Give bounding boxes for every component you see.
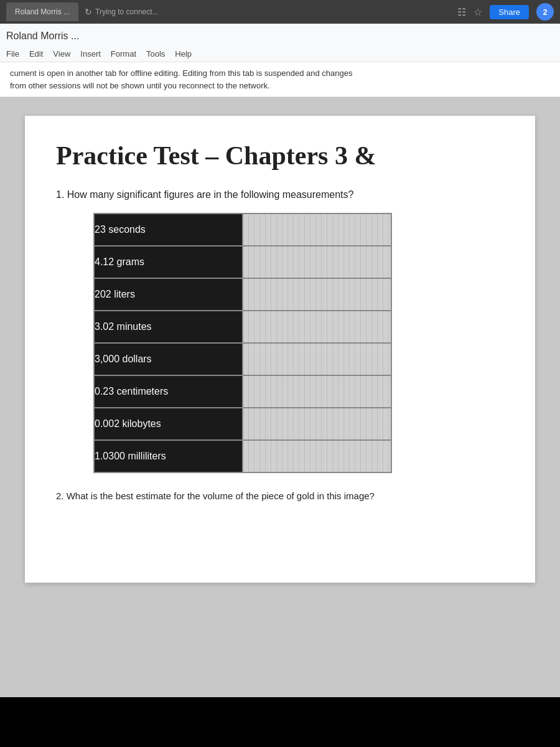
menu-insert[interactable]: Insert [80, 49, 101, 59]
measurement-label: 0.002 kilobytes [94, 408, 243, 440]
doc-content: Practice Test – Chapters 3 & 1. How many… [0, 97, 560, 697]
browser-chrome: Roland Morris ... ↻ Trying to connect...… [0, 0, 560, 24]
table-row: 23 seconds [94, 214, 391, 246]
question1-text: 1. How many significant figures are in t… [56, 189, 504, 200]
offline-line1: cument is open in another tab for offlin… [10, 68, 352, 78]
table-row: 0.002 kilobytes [94, 408, 391, 440]
measurement-label: 3.02 minutes [94, 311, 243, 343]
page-title: Practice Test – Chapters 3 & [56, 141, 504, 171]
sync-icon: ↻ [85, 7, 92, 17]
share-button[interactable]: Share [490, 5, 529, 19]
menu-bar: File Edit View Insert Format Tools Help [0, 46, 560, 62]
menu-file[interactable]: File [6, 49, 19, 59]
measurement-answer-cell [243, 246, 391, 278]
question2-text: 2. What is the best estimate for the vol… [56, 491, 504, 501]
menu-view[interactable]: View [53, 49, 70, 59]
table-row: 4.12 grams [94, 246, 391, 278]
browser-tab[interactable]: Roland Morris ... [6, 2, 78, 21]
menu-help[interactable]: Help [175, 49, 192, 59]
table-row: 3.02 minutes [94, 311, 391, 343]
measurement-answer-cell [243, 278, 391, 311]
doc-title-bar: Roland Morris ... [0, 24, 560, 46]
bottom-black [0, 697, 560, 747]
offline-banner: cument is open in another tab for offlin… [0, 62, 560, 97]
menu-edit[interactable]: Edit [29, 49, 43, 59]
connecting-text: Trying to connect... [95, 7, 159, 16]
avatar: 2 [536, 3, 554, 21]
connecting-indicator: ↻ Trying to connect... [85, 7, 159, 17]
table-row: 202 liters [94, 278, 391, 311]
measurement-answer-cell [243, 375, 391, 408]
measurement-label: 23 seconds [94, 214, 243, 246]
measurements-table: 23 seconds4.12 grams202 liters3.02 minut… [93, 213, 392, 473]
measurement-answer-cell [243, 408, 391, 440]
measurement-label: 3,000 dollars [94, 343, 243, 375]
measurement-label: 202 liters [94, 278, 243, 311]
measurement-label: 0.23 centimeters [94, 375, 243, 408]
table-row: 1.0300 milliliters [94, 440, 391, 472]
star-icon: ☆ [474, 6, 482, 18]
measurement-answer-cell [243, 440, 391, 472]
offline-line2: from other sessions will not be shown un… [10, 81, 270, 90]
tab-label: Roland Morris ... [15, 7, 70, 16]
menu-tools[interactable]: Tools [146, 49, 165, 59]
measurement-answer-cell [243, 214, 391, 246]
table-row: 3,000 dollars [94, 343, 391, 375]
measurement-answer-cell [243, 311, 391, 343]
browser-icons: ☷ ☆ Share 2 [457, 3, 554, 21]
table-icon: ☷ [457, 6, 466, 18]
measurement-label: 4.12 grams [94, 246, 243, 278]
menu-format[interactable]: Format [111, 49, 136, 59]
page: Practice Test – Chapters 3 & 1. How many… [25, 116, 535, 583]
measurement-label: 1.0300 milliliters [94, 440, 243, 472]
table-row: 0.23 centimeters [94, 375, 391, 408]
doc-title: Roland Morris ... [6, 31, 79, 42]
measurement-answer-cell [243, 343, 391, 375]
